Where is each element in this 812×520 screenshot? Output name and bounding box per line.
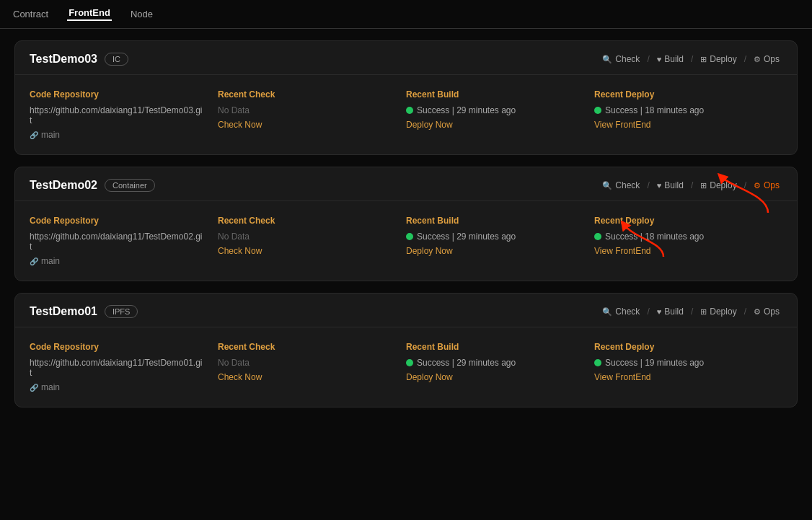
code-repository-section: Code Repositoryhttps://github.com/daixia… [30,342,218,392]
project-title-area: TestDemo02Container [30,179,155,192]
nav-item-contract[interactable]: Contract [12,9,50,19]
success-dot [406,107,413,114]
card-header: TestDemo03IC🔍Check/♥Build/⊞Deploy/⚙Ops [15,41,797,75]
recent-check-title: Recent Check [218,216,392,226]
check-icon: 🔍 [602,55,612,64]
card-body: Code Repositoryhttps://github.com/daixia… [15,201,797,281]
build-status: Success | 29 minutes ago [406,105,580,115]
nav-label-ops: Ops [764,54,780,64]
ops-icon: ⚙ [754,307,761,317]
recent-deploy-section: Recent DeploySuccess | 19 minutes agoVie… [594,342,782,392]
deploy-icon: ⊞ [700,307,707,317]
nav-label-deploy: Deploy [710,180,736,190]
nav-separator: / [744,307,746,317]
recent-deploy-title: Recent Deploy [594,89,782,100]
branch-link[interactable]: 🔗main [30,256,203,266]
link-icon: 🔗 [30,131,38,139]
build-icon: ♥ [657,55,662,63]
recent-deploy-title: Recent Deploy [594,216,782,226]
project-title-area: TestDemo01IPFS [30,305,138,318]
deploy-status-text: Success | 18 minutes ago [605,232,704,242]
build-status: Success | 29 minutes ago [406,358,580,368]
card-nav: 🔍Check/♥Build/⊞Deploy/⚙Ops [599,53,782,66]
branch-name: main [41,130,60,140]
project-card-testdemo01: TestDemo01IPFS🔍Check/♥Build/⊞Deploy/⚙Ops… [14,293,798,407]
check-icon: 🔍 [602,181,612,190]
branch-link[interactable]: 🔗main [30,130,203,140]
nav-separator: / [647,307,649,317]
recent-check-section: Recent CheckNo DataCheck Now [218,216,406,266]
deploy-icon: ⊞ [700,181,707,190]
success-dot [406,359,413,366]
nav-separator: / [691,180,693,190]
top-nav: ContractFrontEndNode [0,0,812,29]
deploy-status: Success | 18 minutes ago [594,105,782,115]
recent-check-title: Recent Check [218,342,392,352]
recent-deploy-section: Recent DeploySuccess | 18 minutes agoVie… [594,216,782,266]
nav-separator: / [691,307,693,317]
project-name: TestDemo03 [30,53,97,66]
card-nav-item-build[interactable]: ♥Build [654,305,687,318]
card-body: Code Repositoryhttps://github.com/daixia… [15,327,797,407]
nav-label-check: Check [615,54,640,64]
card-nav: 🔍Check/♥Build/⊞Deploy/⚙Ops [599,305,782,318]
project-badge: IPFS [105,305,138,318]
deploy-success-dot [594,233,601,240]
code-repository-title: Code Repository [30,342,203,352]
deploy-status: Success | 18 minutes ago [594,232,782,242]
repo-url: https://github.com/daixiang11/TestDemo01… [30,358,203,378]
card-nav-item-deploy[interactable]: ⊞Deploy [697,179,739,192]
code-repository-title: Code Repository [30,216,203,226]
view-frontend-link[interactable]: View FrontEnd [594,246,782,256]
code-repository-section: Code Repositoryhttps://github.com/daixia… [30,89,218,140]
card-nav-item-check[interactable]: 🔍Check [599,179,643,192]
nav-separator: / [744,180,746,190]
deploy-success-dot [594,107,601,114]
check-now-button[interactable]: Check Now [218,372,392,382]
project-title-area: TestDemo03IC [30,53,128,66]
branch-link[interactable]: 🔗main [30,382,203,392]
recent-build-section: Recent BuildSuccess | 29 minutes agoDepl… [406,342,594,392]
card-nav-item-ops[interactable]: ⚙Ops [751,53,782,66]
recent-check-section: Recent CheckNo DataCheck Now [218,89,406,140]
branch-name: main [41,256,60,266]
recent-build-title: Recent Build [406,89,580,100]
card-nav-item-deploy[interactable]: ⊞Deploy [697,305,739,318]
card-nav-item-ops[interactable]: ⚙Ops [751,305,782,318]
deploy-icon: ⊞ [700,55,707,64]
nav-separator: / [647,54,649,64]
nav-label-deploy: Deploy [710,54,736,64]
view-frontend-link[interactable]: View FrontEnd [594,120,782,130]
deploy-success-dot [594,359,601,366]
link-icon: 🔗 [30,257,38,265]
recent-check-title: Recent Check [218,89,392,100]
code-repository-section: Code Repositoryhttps://github.com/daixia… [30,216,218,266]
check-now-button[interactable]: Check Now [218,246,392,256]
nav-separator: / [744,54,746,64]
card-nav-item-check[interactable]: 🔍Check [599,53,643,66]
build-status-text: Success | 29 minutes ago [417,232,516,242]
nav-label-ops: Ops [764,180,780,190]
card-nav-item-build[interactable]: ♥Build [654,179,687,192]
project-badge: Container [105,179,155,192]
card-nav-item-deploy[interactable]: ⊞Deploy [697,53,739,66]
build-status-text: Success | 29 minutes ago [417,105,516,115]
deploy-now-button[interactable]: Deploy Now [406,120,580,130]
nav-separator: / [647,180,649,190]
recent-build-title: Recent Build [406,216,580,226]
deploy-now-button[interactable]: Deploy Now [406,246,580,256]
ops-icon: ⚙ [754,181,761,190]
recent-check-section: Recent CheckNo DataCheck Now [218,342,406,392]
nav-item-frontend[interactable]: FrontEnd [67,7,112,21]
check-now-button[interactable]: Check Now [218,120,392,130]
nav-item-node[interactable]: Node [129,9,154,19]
view-frontend-link[interactable]: View FrontEnd [594,372,782,382]
check-icon: 🔍 [602,307,612,317]
card-nav-item-check[interactable]: 🔍Check [599,305,643,318]
card-nav-item-build[interactable]: ♥Build [654,53,687,66]
project-card-testdemo03: TestDemo03IC🔍Check/♥Build/⊞Deploy/⚙OpsCo… [14,40,798,155]
deploy-now-button[interactable]: Deploy Now [406,372,580,382]
card-nav-item-ops[interactable]: ⚙Ops [751,179,782,192]
main-content: TestDemo03IC🔍Check/♥Build/⊞Deploy/⚙OpsCo… [0,29,812,419]
card-header: TestDemo01IPFS🔍Check/♥Build/⊞Deploy/⚙Ops [15,294,797,327]
